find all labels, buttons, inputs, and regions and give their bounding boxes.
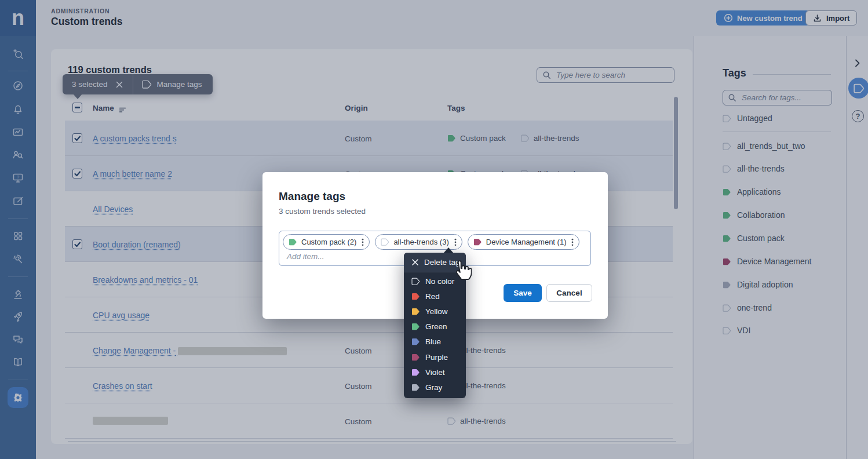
chip-label: Device Management (1) [486, 238, 567, 246]
modal-subtitle: 3 custom trends selected [279, 207, 366, 216]
color-option-gray[interactable]: Gray [404, 380, 466, 395]
chip-label: all-the-trends (3) [393, 238, 448, 246]
color-option-purple[interactable]: Purple [404, 349, 466, 365]
tag-chip-editable[interactable]: Device Management (1) [468, 234, 580, 250]
kebab-menu-icon[interactable] [360, 238, 365, 246]
kebab-menu-icon[interactable] [453, 238, 458, 246]
modal-title: Manage tags [279, 190, 345, 203]
dropdown-pointer [444, 247, 453, 253]
save-button[interactable]: Save [504, 284, 542, 302]
color-option-green[interactable]: Green [404, 319, 466, 334]
add-tag-placeholder[interactable]: Add item... [287, 252, 324, 261]
tag-chip-editable[interactable]: Custom pack (2) [283, 234, 370, 250]
cancel-button[interactable]: Cancel [546, 284, 592, 302]
kebab-menu-icon[interactable] [570, 238, 575, 246]
close-icon [411, 258, 419, 266]
color-option-violet[interactable]: Violet [404, 365, 466, 380]
color-option-red[interactable]: Red [404, 289, 466, 304]
mouse-cursor [450, 258, 472, 280]
color-option-blue[interactable]: Blue [404, 334, 466, 349]
color-option-yellow[interactable]: Yellow [404, 304, 466, 319]
chip-label: Custom pack (2) [301, 238, 356, 246]
